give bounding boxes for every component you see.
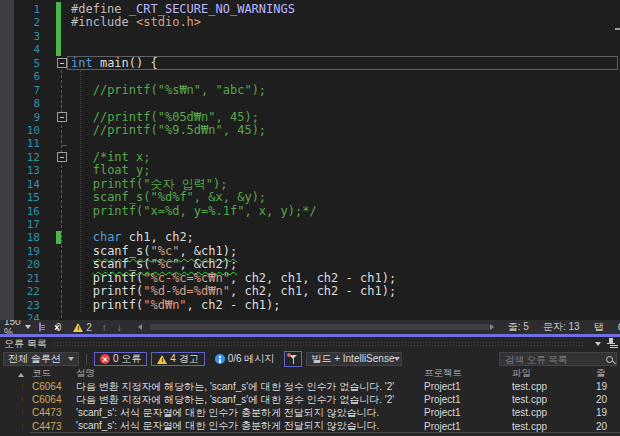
- code-token: [71, 190, 93, 204]
- line-number: 10: [14, 124, 40, 137]
- errors-filter-label: 0 오류: [113, 352, 141, 366]
- code-line[interactable]: 24: [0, 312, 620, 320]
- code-line[interactable]: 21 printf("%c-%c=%c₩n", ch2, ch1, ch2 - …: [0, 272, 620, 285]
- warning-count-icon[interactable]: [73, 323, 83, 332]
- description-column-header[interactable]: 설명: [76, 367, 424, 380]
- code-line[interactable]: 11: [0, 137, 620, 150]
- fold-collapse-box[interactable]: [57, 112, 67, 122]
- code-line[interactable]: 10 //printf("%9.5d₩n", 45);: [0, 124, 620, 137]
- code-line[interactable]: 19 scanf_s("%c", &ch1);: [0, 245, 620, 258]
- error-row[interactable]: C4473'scanf_s': 서식 문자열에 대한 인수가 충분하게 전달되지…: [0, 406, 620, 419]
- hscroll-right-icon[interactable]: [490, 324, 494, 330]
- error-row[interactable]: C6064다음 변환 지정자에 해당하는, 'scanf_s'에 대한 정수 인…: [0, 380, 620, 393]
- code-column-header[interactable]: 코드: [32, 367, 76, 380]
- line-column-header[interactable]: 줄: [594, 367, 620, 380]
- panel-grip[interactable]: [53, 341, 585, 346]
- search-input[interactable]: [503, 353, 604, 366]
- severity-cell: [0, 381, 32, 392]
- code-token: printf("숫자 입력");: [93, 177, 228, 191]
- project-cell: Project1: [424, 394, 512, 405]
- line-number: 19: [14, 245, 40, 258]
- line-number: 3: [14, 30, 40, 43]
- error-row[interactable]: C4473'scanf_s': 서식 문자열에 대한 인수가 충분하게 전달되지…: [0, 420, 620, 433]
- window-menu-icon[interactable]: [595, 342, 601, 346]
- code-line[interactable]: 17: [0, 218, 620, 231]
- code-line[interactable]: 15 scanf_s("%d%f", &x, &y);: [0, 191, 620, 204]
- toolbar-separator: [86, 354, 87, 365]
- info-icon: [215, 354, 225, 364]
- error-list-panel: 오류 목록 전체 솔루션 0 오류 4 경고 0/6 메시지: [0, 337, 620, 436]
- code-token: float y;: [93, 163, 151, 177]
- line-number: 15: [14, 191, 40, 204]
- errors-filter-button[interactable]: 0 오류: [94, 352, 147, 366]
- code-line[interactable]: 20 scanf_s("%c", &ch2);: [0, 258, 620, 271]
- code-line[interactable]: 14 printf("숫자 입력");: [0, 178, 620, 191]
- line-number: 4: [14, 43, 40, 56]
- severity-cell: [0, 407, 32, 418]
- fold-collapse-box[interactable]: [57, 58, 67, 68]
- code-line[interactable]: 6: [0, 70, 620, 83]
- file-cell: test.cpp: [512, 421, 594, 432]
- line-number: 21: [14, 272, 40, 285]
- code-token: scanf_s(: [93, 257, 151, 271]
- code-token: [71, 244, 93, 258]
- code-line[interactable]: 22 printf("%d-%d=%d₩n", ch2, ch1, ch2 - …: [0, 285, 620, 298]
- code-line[interactable]: 4: [0, 43, 620, 56]
- code-line[interactable]: 1#define _CRT_SECURE_NO_WARNINGS: [0, 3, 620, 16]
- warning-icon: [17, 394, 27, 405]
- file-column-header[interactable]: 파일: [512, 367, 594, 380]
- code-line[interactable]: 12 /*int x;: [0, 151, 620, 164]
- code-token: [71, 177, 93, 191]
- line-number: 16: [14, 205, 40, 218]
- code-cell[interactable]: C4473: [32, 421, 76, 432]
- messages-filter-button[interactable]: 0/6 메시지: [209, 352, 281, 366]
- code-cell[interactable]: C6064: [32, 394, 76, 405]
- severity-column-header[interactable]: [0, 368, 32, 379]
- panel-title: 오류 목록: [4, 337, 47, 351]
- code-line[interactable]: 3: [0, 30, 620, 43]
- severity-cell: [0, 421, 32, 432]
- line-number: 12: [14, 151, 40, 164]
- code-line[interactable]: 9 //printf("%05d₩n", 45);: [0, 111, 620, 124]
- warning-count[interactable]: 2: [86, 322, 92, 333]
- document-health-icon[interactable]: [39, 322, 41, 332]
- code-line[interactable]: 8: [0, 97, 620, 110]
- severity-cell: [0, 394, 32, 405]
- code-token: //printf("%9.5d₩n", 45);: [93, 123, 266, 137]
- warnings-filter-button[interactable]: 4 경고: [151, 352, 204, 366]
- error-row[interactable]: C6064다음 변환 지정자에 해당하는, 'scanf_s'에 대한 정수 인…: [0, 393, 620, 406]
- pin-icon[interactable]: [607, 338, 616, 349]
- code-token: [71, 257, 93, 271]
- scope-dropdown[interactable]: 전체 솔루션: [3, 352, 79, 366]
- code-token: [71, 110, 93, 124]
- code-token: /*int x;: [93, 150, 151, 164]
- column-filter-button[interactable]: [284, 351, 302, 367]
- panel-title-row[interactable]: 오류 목록: [0, 337, 620, 350]
- code-line[interactable]: 2#include <stdio.h>: [0, 16, 620, 29]
- line-cell: 19: [594, 381, 620, 392]
- code-token: #define: [71, 2, 129, 16]
- source-dropdown[interactable]: 빌드 + IntelliSense: [306, 352, 402, 366]
- next-issue-icon[interactable]: ↓: [117, 322, 122, 333]
- code-line[interactable]: 23 printf("%d₩n", ch2 - ch1);: [0, 299, 620, 312]
- code-editor[interactable]: 1#define _CRT_SECURE_NO_WARNINGS2#includ…: [0, 0, 620, 320]
- error-search-box[interactable]: [499, 352, 617, 366]
- line-number: 23: [14, 299, 40, 312]
- code-line[interactable]: 13 float y;: [0, 164, 620, 177]
- code-cell[interactable]: C4473: [32, 407, 76, 418]
- fold-collapse-box[interactable]: [57, 152, 67, 162]
- chevron-down-icon: [68, 357, 74, 361]
- zoom-dropdown-icon[interactable]: [25, 325, 31, 329]
- error-grid: 코드 설명 프로젝트 파일 줄 C6064다음 변환 지정자에 해당하는, 's…: [0, 367, 620, 433]
- code-line[interactable]: 16 printf("x=%d, y=%.1f", x, y);*/: [0, 205, 620, 218]
- project-column-header[interactable]: 프로젝트: [424, 367, 512, 380]
- tab-indicator[interactable]: 탭: [594, 320, 604, 334]
- hscroll-thumb[interactable]: [150, 324, 490, 330]
- code-cell[interactable]: C6064: [32, 381, 76, 392]
- code-line[interactable]: 7 //printf("%s₩n", "abc");: [0, 84, 620, 97]
- zoom-level[interactable]: 150 %: [4, 320, 21, 334]
- prev-issue-icon[interactable]: ↑: [102, 322, 107, 333]
- code-line[interactable]: 18 char ch1, ch2;: [0, 231, 620, 244]
- description-cell: 'scanf_s': 서식 문자열에 대한 인수가 충분하게 전달되지 않았습니…: [76, 406, 424, 420]
- hscroll-left-icon[interactable]: [138, 324, 142, 330]
